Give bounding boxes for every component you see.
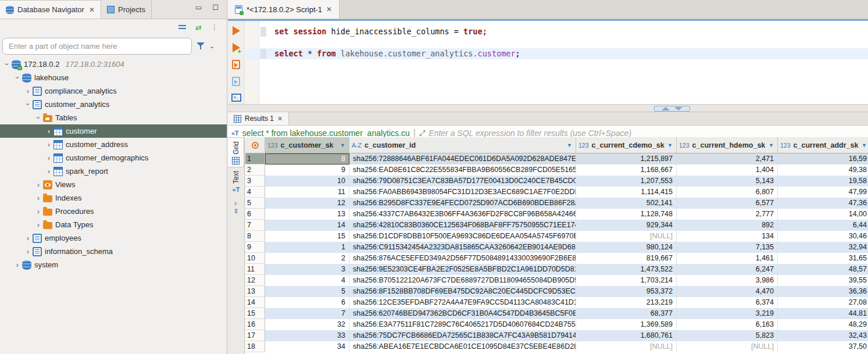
cell-c_current_addr_sk[interactable]: 19,58	[778, 176, 868, 187]
cell-c_current_addr_sk[interactable]: 32,94	[778, 242, 868, 253]
cell-c_current_addr_sk[interactable]: 6,44	[778, 220, 868, 231]
execute-statement-button[interactable]	[233, 26, 240, 35]
cell-c_current_addr_sk[interactable]: 48,29	[778, 319, 868, 330]
sash-collapse-control[interactable]	[654, 106, 690, 112]
execute-script-button[interactable]	[232, 60, 240, 69]
code-line[interactable]	[245, 37, 868, 48]
column-header-c_current_hdemo_sk[interactable]: 123c_current_hdemo_sk▼	[677, 137, 778, 153]
fold-marker[interactable]	[260, 49, 266, 59]
tab-grid-presentation[interactable]: Grid	[228, 137, 244, 167]
chevron-collapsed-icon[interactable]: ›	[13, 260, 22, 269]
cell-c_current_addr_sk[interactable]: 47,99	[778, 187, 868, 198]
cell-c_current_cdemo_sk[interactable]: 980,124	[576, 242, 677, 253]
cell-c_current_cdemo_sk[interactable]: 213,219	[576, 297, 677, 308]
chevron-collapsed-icon[interactable]: ›	[34, 207, 43, 216]
filter-expression-input[interactable]	[428, 128, 868, 138]
cell-c_current_addr_sk[interactable]: 49,38	[778, 165, 868, 176]
cell-c_customer_id[interactable]: sha256:B295D8FC337E9E4FECD0725D907ACD6B6…	[349, 198, 576, 209]
column-header-c_current_addr_sk[interactable]: 123c_current_addr_sk▼	[778, 137, 868, 153]
cell-c_current_addr_sk[interactable]: 37,50	[778, 341, 868, 352]
cell-c_current_addr_sk[interactable]: 30,46	[778, 231, 868, 242]
row-number[interactable]: 3	[245, 176, 265, 187]
column-filter-dropdown-icon[interactable]: ▼	[769, 142, 774, 148]
collapse-down-icon[interactable]	[674, 107, 683, 110]
cell-c_customer_sk[interactable]: 34	[265, 341, 349, 352]
row-number[interactable]: 10	[245, 253, 265, 264]
column-filter-dropdown-icon[interactable]: ▼	[862, 142, 867, 148]
cell-c_customer_id[interactable]: sha256:FA0ABB6943B98054FC31D12D3E3AEC689…	[349, 187, 576, 198]
tree-item-data-types[interactable]: ›Data Types	[0, 218, 227, 231]
editor-results-splitter[interactable]	[228, 104, 868, 112]
cell-c_customer_sk[interactable]: 12	[265, 198, 349, 209]
tree-item-172.18.0.2[interactable]: ›172.18.0.2172.18.0.2:31604	[0, 58, 227, 71]
maximize-icon[interactable]: ☐	[212, 3, 219, 12]
close-icon[interactable]: ✕	[326, 5, 332, 13]
cell-c_current_cdemo_sk[interactable]: 502,141	[576, 198, 677, 209]
row-number[interactable]: 18	[245, 341, 265, 352]
cell-c_current_hdemo_sk[interactable]: 4,470	[677, 286, 778, 297]
row-number[interactable]: 6	[245, 209, 265, 220]
cell-c_customer_sk[interactable]: 6	[265, 297, 349, 308]
tree-item-customer[interactable]: ›customer	[0, 124, 227, 138]
cell-c_current_cdemo_sk[interactable]: 819,667	[576, 253, 677, 264]
column-filter-dropdown-icon[interactable]: ▼	[340, 142, 345, 148]
chevron-collapsed-icon[interactable]: ›	[23, 87, 33, 95]
chevron-collapsed-icon[interactable]: ›	[44, 167, 53, 176]
cell-c_current_cdemo_sk[interactable]: 68,377	[576, 308, 677, 319]
tree-item-customer-analytics[interactable]: ›customer_analytics	[0, 98, 227, 111]
cell-c_current_addr_sk[interactable]: 27,08	[778, 297, 868, 308]
cell-c_current_hdemo_sk[interactable]: 2,471	[677, 153, 778, 165]
tree-item-information-schema[interactable]: ›information_schema	[0, 245, 227, 258]
cell-c_current_hdemo_sk[interactable]: 6,247	[677, 264, 778, 275]
tree-item-lakehouse[interactable]: ›lakehouse	[0, 71, 227, 84]
cell-c_customer_sk[interactable]: 4	[265, 275, 349, 286]
cell-c_current_addr_sk[interactable]: 39,55	[778, 275, 868, 286]
cell-c_customer_sk[interactable]: 5	[265, 286, 349, 297]
tree-item-customer-demographics[interactable]: ›customer_demographics	[0, 151, 227, 165]
chevron-expanded-icon[interactable]: ›	[34, 113, 43, 123]
column-header-c_customer_sk[interactable]: 123c_customer_sk▼	[265, 137, 349, 153]
cell-c_current_hdemo_sk[interactable]: 6,807	[677, 187, 778, 198]
close-icon[interactable]: ✕	[89, 6, 95, 14]
cell-c_current_hdemo_sk[interactable]: 5,143	[677, 176, 778, 187]
row-number[interactable]: 14	[245, 297, 265, 308]
tree-item-procedures[interactable]: ›Procedures	[0, 205, 227, 218]
cell-c_current_hdemo_sk[interactable]: 6,374	[677, 297, 778, 308]
cell-c_current_hdemo_sk[interactable]: 5,823	[677, 330, 778, 341]
cell-c_current_cdemo_sk[interactable]: 929,344	[576, 220, 677, 231]
cell-c_current_cdemo_sk[interactable]: 1,703,214	[576, 275, 677, 286]
code-line[interactable]: select * from lakehouse.customer_analyti…	[245, 48, 868, 59]
cell-c_current_hdemo_sk[interactable]: 2,777	[677, 209, 778, 220]
search-input[interactable]	[2, 38, 192, 55]
chevron-down-icon[interactable]: ⌄	[209, 42, 215, 50]
row-number[interactable]: 13	[245, 286, 265, 297]
chevron-collapsed-icon[interactable]: ›	[23, 247, 33, 256]
tree-item-views[interactable]: ›Views	[0, 178, 227, 191]
tab-sql-script[interactable]: *<172.18.0.2> Script-1 ✕	[228, 0, 340, 19]
cell-c_current_addr_sk[interactable]: 14,00	[778, 209, 868, 220]
cell-c_customer_id[interactable]: sha256:E3A77511F81C7289C76C4065217D5D406…	[349, 319, 576, 330]
cell-c_customer_id[interactable]: sha256:ABEA16E7E1ECBDCA6E01CE1095D84E37C…	[349, 341, 576, 352]
open-console-button[interactable]: >_	[231, 94, 241, 102]
chevron-collapsed-icon[interactable]: ›	[34, 220, 43, 229]
tree-item-customer-address[interactable]: ›customer_address	[0, 138, 227, 151]
filter-icon[interactable]	[197, 42, 205, 50]
cell-c_customer_id[interactable]: sha256:D1CDF8DBB10F500EA9693C86DE6DEAA05…	[349, 231, 576, 242]
row-number[interactable]: 17	[245, 330, 265, 341]
row-number[interactable]: 16	[245, 319, 265, 330]
cell-c_customer_sk[interactable]: 14	[265, 220, 349, 231]
cell-c_current_hdemo_sk[interactable]: 892	[677, 220, 778, 231]
tab-text-presentation[interactable]: Text «T	[228, 167, 244, 195]
cell-c_current_addr_sk[interactable]: 48,57	[778, 264, 868, 275]
row-number[interactable]: 9	[245, 242, 265, 253]
cell-c_current_addr_sk[interactable]: 36,36	[778, 286, 868, 297]
row-number[interactable]: 15	[245, 308, 265, 319]
tree-item-compliance-analytics[interactable]: ›compliance_analytics	[0, 84, 227, 98]
cell-c_customer_id[interactable]: sha256:72888646ABF61FA044EDEC061D6DA5A09…	[349, 153, 576, 165]
cell-c_current_hdemo_sk[interactable]: 7,135	[677, 242, 778, 253]
cell-c_current_cdemo_sk[interactable]: 1,369,589	[576, 319, 677, 330]
row-number[interactable]: 12	[245, 275, 265, 286]
code-line[interactable]: set session hide_inaccessible_columns = …	[245, 26, 868, 37]
column-filter-dropdown-icon[interactable]: ▼	[567, 142, 572, 148]
cell-c_current_hdemo_sk[interactable]: 1,461	[677, 253, 778, 264]
